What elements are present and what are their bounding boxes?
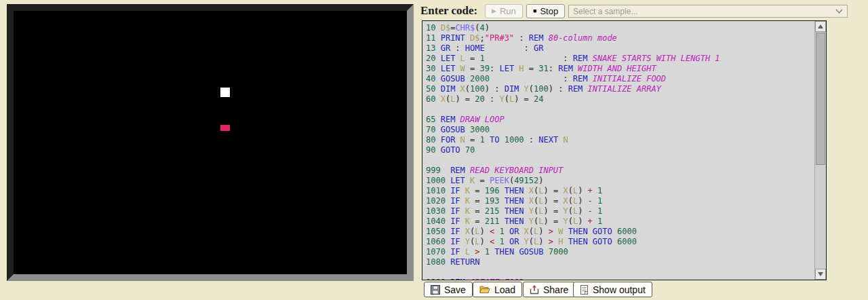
code-line: 1010 IF K = 196 THEN X(L) = X(L) + 1	[426, 186, 814, 196]
snake-block	[220, 88, 230, 97]
show-output-label: Show output	[593, 284, 646, 295]
stop-button[interactable]: ■ Stop	[526, 4, 565, 18]
stop-label: Stop	[540, 6, 558, 16]
code-line	[426, 155, 814, 166]
code-line	[426, 267, 814, 278]
load-label: Load	[494, 284, 515, 295]
sample-select-placeholder: Select a sample...	[573, 7, 637, 16]
code-line: 10 D$=CHR$(4)	[426, 23, 814, 33]
floppy-disk-icon	[431, 285, 440, 295]
show-output-button[interactable]: Show output	[573, 282, 652, 297]
code-editor[interactable]: 10 D$=CHR$(4)11 PRINT D$;"PR#3" : REM 80…	[422, 20, 827, 280]
scroll-down-button[interactable]	[815, 269, 826, 280]
folder-icon	[479, 285, 490, 294]
apple2-screen[interactable]	[7, 4, 414, 281]
code-line: 1070 IF L > 1 THEN GOSUB 7000	[426, 247, 814, 257]
code-line: 20 LET L = 1 : REM SNAKE STARTS WITH LEN…	[426, 54, 814, 64]
load-button[interactable]: Load	[473, 282, 522, 297]
apple2-screen-content	[14, 11, 407, 274]
scroll-up-button[interactable]	[815, 21, 826, 32]
share-label: Share	[543, 284, 568, 295]
sample-select[interactable]: Select a sample...	[568, 5, 848, 18]
share-icon	[530, 285, 539, 295]
save-button[interactable]: Save	[424, 282, 473, 297]
food-block	[220, 125, 230, 131]
code-line: 1040 IF K = 211 THEN Y(L) = Y(L) + 1	[426, 217, 814, 227]
code-line: 1060 IF Y(L) < 1 OR Y(L) > H THEN GOTO 6…	[426, 237, 814, 247]
play-icon: ▶	[492, 8, 496, 14]
code-line: 1030 IF K = 215 THEN Y(L) = Y(L) - 1	[426, 206, 814, 217]
scrollbar-thumb[interactable]	[816, 33, 825, 165]
code-line: 1999 REM CREATE FOOD	[426, 278, 814, 280]
triangle-up-icon	[818, 24, 823, 29]
code-line: 13 GR : HOME : GR	[426, 43, 814, 54]
code-line: 999 REM READ KEYBOARD INPUT	[426, 166, 814, 176]
editor-scrollbar[interactable]	[814, 21, 826, 280]
run-label: Run	[500, 6, 516, 16]
code-line: 90 GOTO 70	[426, 145, 814, 155]
code-line: 60 X(L) = 20 : Y(L) = 24	[426, 94, 814, 105]
code-line: 65 REM DRAW LOOP	[426, 115, 814, 125]
chevron-down-icon	[835, 9, 843, 14]
code-line: 70 GOSUB 3000	[426, 125, 814, 135]
code-line: 1000 LET K = PEEK(49152)	[426, 176, 814, 186]
code-line: 40 GOSUB 2000 : REM INITIALIZE FOOD	[426, 74, 814, 84]
triangle-down-icon	[818, 272, 823, 276]
code-line: 50 DIM X(100) : DIM Y(100) : REM INTIALI…	[426, 84, 814, 94]
enter-code-label: Enter code:	[420, 4, 477, 18]
code-line: 1080 RETURN	[426, 257, 814, 267]
code-line	[426, 105, 814, 115]
code-line: 11 PRINT D$;"PR#3" : REM 80-column mode	[426, 33, 814, 43]
document-icon	[580, 285, 589, 295]
code-line: 80 FOR N = 1 TO 1000 : NEXT N	[426, 135, 814, 145]
save-label: Save	[444, 284, 466, 295]
code-line: 1050 IF X(L) < 1 OR X(L) > W THEN GOTO 6…	[426, 227, 814, 237]
stop-icon: ■	[533, 8, 536, 14]
share-button[interactable]: Share	[523, 282, 575, 297]
code-text[interactable]: 10 D$=CHR$(4)11 PRINT D$;"PR#3" : REM 80…	[422, 21, 814, 280]
code-line: 30 LET W = 39: LET H = 31: REM WIDTH AND…	[426, 64, 814, 74]
run-button[interactable]: ▶ Run	[485, 4, 523, 18]
code-line: 1020 IF K = 193 THEN X(L) = X(L) - 1	[426, 196, 814, 206]
